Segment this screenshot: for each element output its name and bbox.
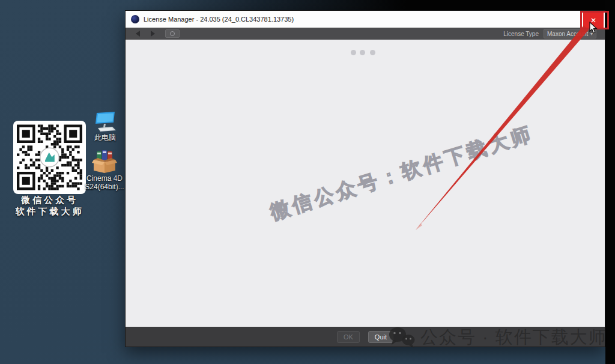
- center-watermark: 微信公众号：软件下载大师: [249, 115, 555, 232]
- background-right-black-strip: [605, 0, 615, 364]
- winrar-archive-icon: [81, 147, 128, 174]
- annotation-highlight-rect: [580, 11, 609, 29]
- forward-icon[interactable]: [151, 31, 155, 37]
- ok-button[interactable]: OK: [337, 331, 360, 343]
- wechat-qr-code: [13, 121, 86, 194]
- desktop-icon-label: Cinema 4D: [81, 174, 128, 183]
- qr-caption-line1: 微信公众号: [0, 194, 99, 205]
- chevron-down-icon: ▾: [590, 31, 593, 37]
- qr-caption-line2: 软件下载大师: [0, 205, 99, 217]
- window-footer: OK Quit: [126, 327, 605, 347]
- refresh-icon: [170, 31, 175, 36]
- toolbar: License Type Maxon Account ▾: [126, 28, 605, 40]
- license-type-dropdown[interactable]: Maxon Account ▾: [544, 29, 596, 38]
- quit-button[interactable]: Quit: [368, 331, 393, 343]
- background-top-black-strip: [0, 0, 615, 10]
- license-manager-window: License Manager - 24.035 (24_0.CL343781.…: [125, 10, 605, 347]
- computer-icon: [82, 112, 129, 133]
- desktop-icon-label-line2: S24(64bit)...: [81, 183, 128, 191]
- desktop-icon-label: 此电脑: [82, 133, 129, 142]
- cinema4d-app-icon: [131, 15, 139, 23]
- license-type-label: License Type: [503, 31, 539, 37]
- refresh-button[interactable]: [165, 29, 180, 38]
- back-icon[interactable]: [136, 31, 140, 37]
- license-type-value: Maxon Account: [547, 31, 590, 37]
- titlebar[interactable]: License Manager - 24.035 (24_0.CL343781.…: [126, 11, 605, 28]
- qr-caption: 微信公众号 软件下载大师: [0, 194, 99, 217]
- loading-dots: [351, 50, 375, 55]
- desktop-icon-this-pc[interactable]: 此电脑: [82, 112, 129, 142]
- desktop-icon-cinema4d-archive[interactable]: Cinema 4D S24(64bit)...: [81, 147, 128, 191]
- qr-pattern-icon: [17, 124, 82, 190]
- window-title: License Manager - 24.035 (24_0.CL343781.…: [144, 16, 294, 23]
- window-content: 微信公众号：软件下载大师: [126, 40, 605, 328]
